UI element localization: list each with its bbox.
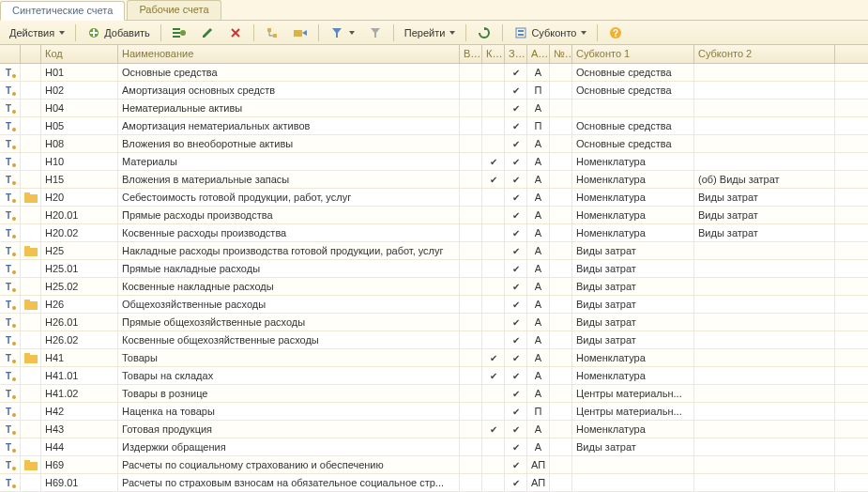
table-row[interactable]: TН25Накладные расходы производства готов… bbox=[0, 242, 868, 260]
table-row[interactable]: TН04Нематериальные активы✔А bbox=[0, 100, 868, 117]
subconto-button[interactable]: Субконто bbox=[508, 23, 592, 42]
cell-k: ✔ bbox=[482, 349, 505, 366]
table-row[interactable]: TН15Вложения в материальные запасы✔✔АНом… bbox=[0, 171, 868, 189]
account-marker-icon: T bbox=[5, 67, 16, 78]
cell-z: ✔ bbox=[505, 438, 527, 455]
cell-z: ✔ bbox=[505, 260, 527, 277]
cell-z: ✔ bbox=[505, 207, 527, 223]
table-row[interactable]: TН69.01Расчеты по страховым взносам на о… bbox=[0, 474, 868, 492]
cell-s2: Виды затрат bbox=[694, 224, 835, 241]
table-row[interactable]: TН25.01Прямые накладные расходы✔АВиды за… bbox=[0, 260, 868, 278]
table-row[interactable]: TН41Товары✔✔АНоменклатура bbox=[0, 349, 868, 367]
table-row[interactable]: TН69Расчеты по социальному страхованию и… bbox=[0, 456, 868, 474]
row-folder bbox=[21, 474, 41, 491]
cell-v bbox=[460, 385, 482, 402]
table-row[interactable]: TН20.01Прямые расходы производства✔АНоме… bbox=[0, 207, 868, 224]
col-name[interactable]: Наименование bbox=[118, 45, 460, 63]
col-folder[interactable] bbox=[21, 45, 41, 63]
col-z[interactable]: З... bbox=[505, 45, 527, 63]
cell-s1: Номенклатура bbox=[572, 224, 694, 241]
tab-working-accounts[interactable]: Рабочие счета bbox=[127, 0, 221, 20]
row-folder bbox=[21, 117, 41, 134]
table-row[interactable]: TН25.02Косвенные накладные расходы✔АВиды… bbox=[0, 278, 868, 296]
goto-menu[interactable]: Перейти bbox=[399, 23, 462, 42]
table-row[interactable]: TН26.01Прямые общехозяйственные расходы✔… bbox=[0, 314, 868, 331]
row-folder bbox=[21, 189, 41, 206]
row-folder bbox=[21, 278, 41, 295]
cell-n bbox=[550, 64, 572, 81]
table-row[interactable]: TН41.02Товары в рознице✔АЦентры материал… bbox=[0, 385, 868, 403]
cell-s1: Виды затрат bbox=[572, 331, 694, 348]
toolbar-separator bbox=[75, 24, 76, 41]
account-marker-icon: T bbox=[5, 299, 16, 310]
col-marker[interactable] bbox=[0, 45, 21, 63]
filter-button[interactable] bbox=[324, 23, 360, 42]
hierarchy-button[interactable] bbox=[259, 23, 285, 42]
col-s2[interactable]: Субконто 2 bbox=[694, 45, 835, 63]
table-row[interactable]: TН01Основные средства✔АОсновные средства bbox=[0, 64, 868, 82]
row-marker: T bbox=[0, 260, 21, 277]
table-row[interactable]: TН08Вложения во внеоборотные активы✔АОсн… bbox=[0, 135, 868, 153]
chevron-down-icon bbox=[59, 31, 65, 35]
cell-k bbox=[482, 278, 505, 295]
table-row[interactable]: TН26.02Косвенные общехозяйственные расхо… bbox=[0, 331, 868, 349]
cell-s1: Основные средства bbox=[572, 64, 694, 81]
table-row[interactable]: TН42Наценка на товары✔ПЦентры материальн… bbox=[0, 403, 868, 421]
cell-v bbox=[460, 82, 482, 99]
table-row[interactable]: TН20.02Косвенные расходы производства✔АН… bbox=[0, 224, 868, 242]
row-marker: T bbox=[0, 314, 21, 331]
row-marker: T bbox=[0, 171, 21, 188]
cell-s2 bbox=[694, 474, 835, 491]
cell-n bbox=[550, 349, 572, 366]
cell-z: ✔ bbox=[505, 349, 527, 366]
table-row[interactable]: TН02Амортизация основных средств✔ПОсновн… bbox=[0, 82, 868, 100]
filter-clear-button[interactable] bbox=[362, 23, 388, 42]
svg-rect-77 bbox=[24, 460, 30, 463]
refresh-button[interactable] bbox=[471, 23, 497, 42]
table-row[interactable]: TН44Издержки обращения✔АВиды затрат bbox=[0, 438, 868, 456]
row-marker: T bbox=[0, 278, 21, 295]
add-button[interactable]: Добавить bbox=[81, 23, 156, 42]
row-marker: T bbox=[0, 438, 21, 455]
cell-s1: Виды затрат bbox=[572, 314, 694, 331]
cell-v bbox=[460, 189, 482, 206]
cell-code: Н08 bbox=[41, 135, 118, 152]
col-code[interactable]: Код bbox=[41, 45, 118, 63]
actions-menu[interactable]: Действия bbox=[4, 23, 70, 42]
cell-s1: Номенклатура bbox=[572, 189, 694, 206]
add-item-button[interactable] bbox=[166, 23, 192, 42]
table-row[interactable]: TН43Готовая продукция✔✔АНоменклатура bbox=[0, 421, 868, 438]
svg-rect-76 bbox=[24, 462, 38, 470]
col-n[interactable]: №.. bbox=[550, 45, 572, 63]
edit-button[interactable] bbox=[194, 23, 221, 42]
svg-point-59 bbox=[12, 342, 16, 346]
col-v[interactable]: В... bbox=[460, 45, 482, 63]
table-row[interactable]: TН41.01Товары на складах✔✔АНоменклатура bbox=[0, 367, 868, 385]
move-button[interactable] bbox=[287, 23, 313, 42]
cell-name: Наценка на товары bbox=[118, 403, 460, 420]
cell-s2 bbox=[694, 64, 835, 81]
table-row[interactable]: TН26Общехозяйственные расходы✔АВиды затр… bbox=[0, 296, 868, 314]
cell-z: ✔ bbox=[505, 456, 527, 473]
table-row[interactable]: TН10Материалы✔✔АНоменклатура bbox=[0, 153, 868, 171]
col-k[interactable]: К... bbox=[482, 45, 505, 63]
account-marker-icon: T bbox=[5, 209, 16, 221]
svg-marker-7 bbox=[203, 28, 212, 38]
tab-synthetic-accounts[interactable]: Синтетические счета bbox=[0, 1, 125, 21]
cell-s1: Виды затрат bbox=[572, 260, 694, 277]
cell-code: Н01 bbox=[41, 64, 118, 81]
cell-v bbox=[460, 135, 482, 152]
table-row[interactable]: TН20Себестоимость готовой продукции, раб… bbox=[0, 189, 868, 207]
row-marker: T bbox=[0, 385, 21, 402]
svg-text:T: T bbox=[6, 407, 11, 417]
table-row[interactable]: TН05Амортизация нематериальных активов✔П… bbox=[0, 117, 868, 135]
row-folder bbox=[21, 367, 41, 384]
delete-button[interactable] bbox=[222, 23, 249, 42]
col-a[interactable]: А... bbox=[527, 45, 550, 63]
cell-n bbox=[550, 331, 572, 348]
help-button[interactable]: ? bbox=[602, 23, 629, 42]
grid-header: Код Наименование В... К... З... А... №..… bbox=[0, 45, 868, 64]
cell-name: Расчеты по социальному страхованию и обе… bbox=[118, 456, 460, 473]
col-s1[interactable]: Субконто 1 bbox=[572, 45, 694, 63]
account-marker-icon: T bbox=[5, 192, 16, 203]
